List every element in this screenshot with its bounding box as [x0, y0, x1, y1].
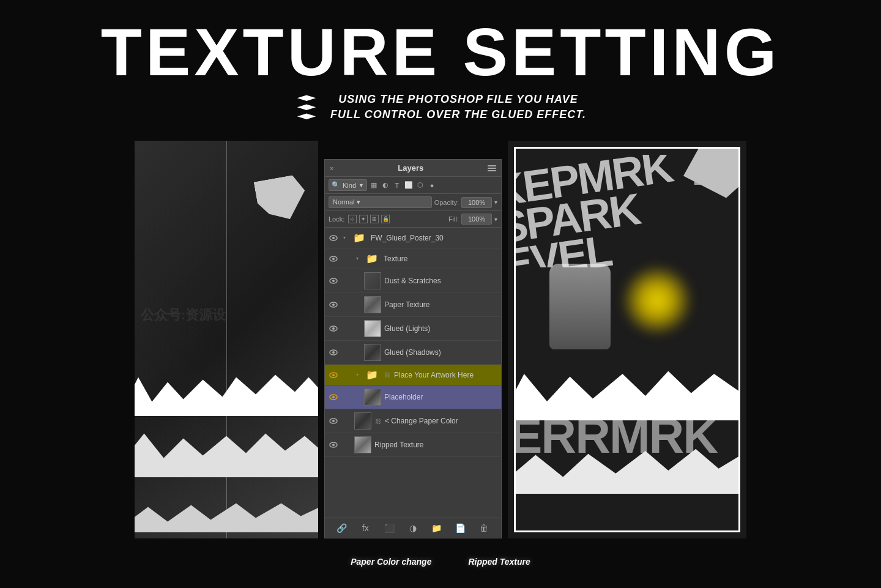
- layers-stack-icon: [295, 94, 318, 120]
- visibility-paper-texture[interactable]: [329, 300, 338, 310]
- panel-menu-icon[interactable]: [488, 165, 496, 171]
- visibility-fw-glued[interactable]: [329, 233, 338, 243]
- layer-name-glued-lights: Glued (Lights): [384, 324, 497, 333]
- layer-name-paper-texture: Paper Texture: [384, 300, 497, 309]
- layer-thumb-change-paper: [354, 412, 371, 430]
- layer-thumb-glued-lights: [364, 320, 381, 337]
- poster-left: 公众号:资源设: [135, 141, 318, 538]
- poster-right: KEPMRKSPARKEVEL ERRMRK 15: [508, 141, 746, 538]
- filter-kind-select[interactable]: 🔍 Kind ▼: [329, 179, 367, 191]
- svg-point-7: [332, 303, 335, 306]
- visibility-glued-lights[interactable]: [329, 324, 338, 333]
- astronaut-figure: [549, 264, 611, 349]
- content-area: 公众号:资源设 × Layers 🔍 Kind ▼ ▦ ◐ T ⬜ ⬡: [0, 128, 881, 557]
- svg-point-11: [332, 351, 335, 354]
- delete-icon[interactable]: 🗑: [478, 522, 490, 534]
- svg-point-19: [332, 444, 335, 446]
- lock-icons: ⊹ ✦ ⊞ 🔒: [348, 215, 390, 223]
- layer-place-artwork[interactable]: ▾ 📁 ⛓ Place Your Artwork Here: [325, 365, 501, 385]
- ripped-texture-label: Ripped Texture: [468, 557, 530, 567]
- visibility-place-artwork[interactable]: [329, 370, 338, 380]
- layer-placeholder[interactable]: Placeholder: [325, 385, 501, 409]
- expand-artwork[interactable]: ▾: [354, 372, 360, 378]
- visibility-change-paper[interactable]: [329, 416, 338, 426]
- layer-ripped-texture[interactable]: Ripped Texture: [325, 433, 501, 457]
- folder-icon-artwork: 📁: [363, 369, 381, 381]
- layer-glued-shadows[interactable]: Glued (Shadows): [325, 341, 501, 365]
- subtitle-text: USING THE PHOTOSHOP FILE YOU HAVE FULL C…: [330, 92, 586, 122]
- svg-point-15: [332, 396, 335, 398]
- visibility-dust[interactable]: [329, 276, 338, 286]
- visibility-texture[interactable]: [329, 254, 338, 264]
- filter-toolbar: 🔍 Kind ▼ ▦ ◐ T ⬜ ⬡ ●: [325, 177, 501, 194]
- lock-label: Lock:: [329, 215, 344, 223]
- filter-pixel-icon[interactable]: ▦: [370, 181, 378, 190]
- filter-shape-icon[interactable]: ⬜: [404, 181, 413, 190]
- layer-name-placeholder: Placeholder: [384, 393, 497, 401]
- layer-texture-group[interactable]: ▾ 📁 Texture: [325, 248, 501, 269]
- panel-header: × Layers: [325, 160, 501, 177]
- fill-label: Fill:: [448, 215, 459, 223]
- layer-name-dust: Dust & Scratches: [384, 277, 497, 285]
- layer-dust[interactable]: Dust & Scratches: [325, 269, 501, 293]
- layers-panel: × Layers 🔍 Kind ▼ ▦ ◐ T ⬜ ⬡ ●: [324, 159, 502, 538]
- fill-input[interactable]: 100%: [461, 214, 492, 225]
- layer-name-place-artwork: Place Your Artwork Here: [394, 371, 497, 379]
- expand-texture[interactable]: ▾: [354, 256, 360, 262]
- blend-mode-select[interactable]: Normal ▾: [329, 196, 432, 208]
- layer-thumb-glued-shadows: [364, 344, 381, 361]
- layer-name-texture: Texture: [384, 255, 497, 263]
- lock-pixels-button[interactable]: ⊹: [348, 215, 357, 223]
- layer-thumb-placeholder: [364, 389, 381, 406]
- layer-fw-glued[interactable]: ▾ 📁 FW_Glued_Poster_30: [325, 228, 501, 248]
- filter-adjustment-icon[interactable]: ◐: [381, 181, 390, 190]
- layer-name-change-paper: < Change Paper Color: [385, 417, 497, 425]
- adjustment-icon[interactable]: ◑: [407, 522, 419, 534]
- subtitle-row: USING THE PHOTOSHOP FILE YOU HAVE FULL C…: [0, 92, 881, 122]
- layer-name-glued-shadows: Glued (Shadows): [384, 348, 497, 357]
- lock-row: Lock: ⊹ ✦ ⊞ 🔒 Fill: 100% ▾: [325, 211, 501, 228]
- page-title: TEXTURE SETTING: [0, 18, 881, 86]
- svg-point-3: [332, 258, 335, 260]
- layer-thumb-ripped: [354, 436, 371, 453]
- layer-change-paper[interactable]: ⛓ < Change Paper Color: [325, 409, 501, 433]
- filter-smart-icon[interactable]: ⬡: [416, 181, 425, 190]
- opacity-label: Opacity:: [434, 199, 459, 206]
- poster-right-inner: KEPMRKSPARKEVEL ERRMRK 15: [514, 147, 740, 532]
- new-layer-icon[interactable]: 📄: [455, 522, 467, 534]
- panel-close-button[interactable]: ×: [330, 165, 333, 172]
- yellow-glow: [620, 264, 694, 337]
- bottom-annotations: Paper Color change Ripped Texture: [0, 557, 881, 567]
- blend-mode-row: Normal ▾ Opacity: 100% ▾: [325, 194, 501, 211]
- visibility-glued-shadows[interactable]: [329, 348, 338, 357]
- opacity-input[interactable]: 100%: [461, 197, 492, 208]
- filter-toggle[interactable]: ●: [428, 181, 436, 190]
- layer-thumb-dust: [364, 272, 381, 289]
- visibility-ripped-texture[interactable]: [329, 440, 338, 450]
- link-icon[interactable]: 🔗: [335, 522, 348, 534]
- layer-glued-lights[interactable]: Glued (Lights): [325, 317, 501, 341]
- effects-icon[interactable]: fx: [359, 522, 371, 534]
- folder-icon-texture: 📁: [363, 253, 381, 265]
- lock-position-button[interactable]: ✦: [359, 215, 368, 223]
- opacity-row: Opacity: 100% ▾: [434, 197, 497, 208]
- visibility-placeholder[interactable]: [329, 392, 338, 402]
- vertical-line: [226, 141, 227, 538]
- filter-type-icon[interactable]: T: [393, 181, 401, 190]
- svg-point-9: [332, 327, 335, 330]
- lock-all-button[interactable]: 🔒: [381, 215, 390, 223]
- layer-thumb-paper: [364, 296, 381, 313]
- layer-paper-texture[interactable]: Paper Texture: [325, 293, 501, 317]
- chain-icon-change-paper: ⛓: [374, 417, 382, 425]
- poster-art: KEPMRKSPARKEVEL ERRMRK 15: [516, 149, 738, 530]
- watermark-left: 公众号:资源设: [141, 306, 226, 324]
- fill-row: Fill: 100% ▾: [448, 214, 497, 225]
- layer-name-ripped-texture: Ripped Texture: [374, 441, 497, 449]
- mask-icon[interactable]: ⬛: [383, 522, 395, 534]
- lock-artboard-button[interactable]: ⊞: [370, 215, 379, 223]
- expand-fw-glued[interactable]: ▾: [341, 235, 348, 241]
- panel-title: Layers: [398, 163, 423, 173]
- group-icon[interactable]: 📁: [431, 522, 443, 534]
- svg-point-13: [332, 374, 335, 376]
- header-section: TEXTURE SETTING USING THE PHOTOSHOP FILE…: [0, 0, 881, 128]
